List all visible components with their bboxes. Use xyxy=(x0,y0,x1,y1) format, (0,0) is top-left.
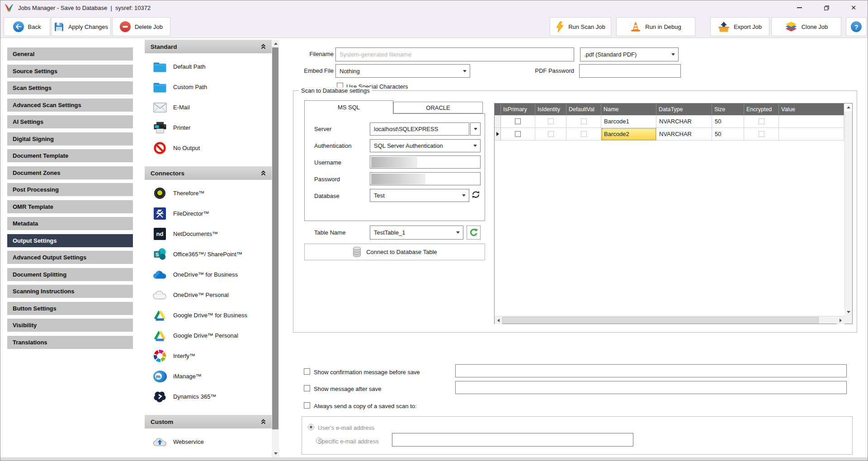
output-item-onedrive-for-business[interactable]: OneDrive™ for Business xyxy=(145,264,272,285)
scrollbar-thumb[interactable] xyxy=(272,47,278,429)
grid-scroll-down-button[interactable] xyxy=(844,308,852,316)
grid-hscroll-thumb[interactable] xyxy=(502,317,819,323)
filetype-select[interactable]: .pdf (Standard PDF) xyxy=(580,47,679,61)
database-select[interactable]: Test xyxy=(370,189,469,202)
grid-scroll-right-button[interactable] xyxy=(837,316,844,324)
checkbox-isidentity[interactable] xyxy=(548,118,554,124)
apply-changes-button[interactable]: Apply Changes xyxy=(51,17,111,36)
output-item-webservice[interactable]: Webservice xyxy=(145,432,272,452)
sidebar-item-general[interactable]: General xyxy=(7,47,133,61)
cell-defaultval-row2[interactable] xyxy=(566,128,601,141)
sidebar-item-omr-template[interactable]: OMR Template xyxy=(7,200,133,213)
output-item-printer[interactable]: Printer xyxy=(145,118,272,138)
cell-size-row2[interactable]: 50 xyxy=(712,128,744,141)
back-button[interactable]: Back xyxy=(4,17,50,36)
grid-col-size[interactable]: Size xyxy=(712,103,744,115)
sidebar-item-source-settings[interactable]: Source Settings xyxy=(7,65,133,78)
specific-email-input[interactable] xyxy=(392,433,633,447)
cell-name-row1[interactable]: Barcode1 xyxy=(601,115,656,128)
sidebar-item-document-template[interactable]: Document Template xyxy=(7,149,133,162)
cell-isprimary-row2[interactable] xyxy=(501,128,535,141)
cell-value-row1[interactable] xyxy=(779,115,844,128)
username-input[interactable] xyxy=(370,155,481,169)
refresh-tables-button[interactable] xyxy=(467,226,481,240)
sidebar-item-visibility[interactable]: Visibility xyxy=(7,319,133,332)
grid-col-isidentity[interactable]: IsIdentity xyxy=(535,103,566,115)
checkbox-encrypted[interactable] xyxy=(759,118,764,124)
sidebar-item-ai-settings[interactable]: AI Settings xyxy=(7,115,133,128)
cell-defaultval-row1[interactable] xyxy=(566,115,601,128)
refresh-databases-button[interactable] xyxy=(471,190,481,199)
output-item-office365-sharepoint[interactable]: SOffice365™/ SharePoint™ xyxy=(145,244,272,264)
scroll-up-button[interactable] xyxy=(272,40,279,47)
grid-col-value[interactable]: Value xyxy=(779,103,844,115)
filename-input[interactable] xyxy=(335,47,574,61)
outputs-scrollbar[interactable] xyxy=(272,40,279,457)
checkbox-defaultval[interactable] xyxy=(581,131,587,137)
run-scan-job-button[interactable]: Run Scan Job xyxy=(550,17,611,36)
scroll-down-button[interactable] xyxy=(272,450,279,457)
after-save-message-input[interactable] xyxy=(455,381,847,394)
users-email-radio[interactable] xyxy=(308,424,314,430)
table-name-select[interactable]: TestTable_1 xyxy=(370,226,463,240)
grid-col-isprimary[interactable]: IsPrimary xyxy=(501,103,535,115)
cell-isprimary-row1[interactable] xyxy=(501,115,535,128)
sidebar-item-document-splitting[interactable]: Document Splitting xyxy=(7,268,133,281)
output-item-default-path[interactable]: Default Path xyxy=(145,56,272,77)
sidebar-item-advanced-scan-settings[interactable]: Advanced Scan Settings xyxy=(7,99,133,112)
cell-size-row1[interactable]: 50 xyxy=(712,115,744,128)
sidebar-item-metadata[interactable]: Metadata xyxy=(7,217,133,230)
grid-vertical-scrollbar[interactable] xyxy=(844,103,852,316)
export-job-button[interactable]: Export Job xyxy=(710,17,769,36)
output-item-e-mail[interactable]: E-Mail xyxy=(145,97,272,118)
cell-isidentity-row1[interactable] xyxy=(535,115,566,128)
sidebar-item-translations[interactable]: Translations xyxy=(7,336,133,349)
grid-col-defaultval[interactable]: DefaultVal xyxy=(566,103,601,115)
sidebar-item-scanning-instructions[interactable]: Scanning Instructions xyxy=(7,285,133,298)
cell-value-row2[interactable] xyxy=(779,128,844,141)
grid-scroll-up-button[interactable] xyxy=(844,103,852,111)
sidebar-item-advanced-output-settings[interactable]: Advanced Output Settings xyxy=(7,251,133,264)
server-combo[interactable]: localhost\SQLEXPRESS xyxy=(370,122,469,136)
grid-scroll-left-button[interactable] xyxy=(495,316,502,324)
section-header-custom[interactable]: Custom xyxy=(145,415,272,428)
delete-job-button[interactable]: Delete Job xyxy=(112,17,170,36)
clone-job-button[interactable]: Clone Job xyxy=(771,17,841,36)
row-header[interactable] xyxy=(495,115,501,128)
connect-to-database-table-button[interactable]: Connect to Database Table xyxy=(304,244,485,260)
embed-file-select[interactable]: Nothing xyxy=(335,64,470,78)
collapse-chevron-icon[interactable] xyxy=(261,419,266,424)
output-item-imanage[interactable]: miManage™ xyxy=(145,366,272,386)
cell-encrypted-row1[interactable] xyxy=(744,115,779,128)
show-confirmation-checkbox[interactable] xyxy=(304,368,310,375)
grid-col-name[interactable]: Name xyxy=(601,103,656,115)
output-item-google-drive-personal[interactable]: Google Drive™ Personal xyxy=(145,325,272,346)
output-item-interfy[interactable]: Interfy™ xyxy=(145,346,272,366)
output-item-google-drive-for-business[interactable]: Google Drive™ for Business xyxy=(145,305,272,325)
collapse-chevron-icon[interactable] xyxy=(261,170,266,176)
maximize-restore-button[interactable] xyxy=(813,0,840,15)
checkbox-isprimary[interactable] xyxy=(515,131,521,137)
section-header-connectors[interactable]: Connectors xyxy=(145,166,272,180)
sidebar-item-document-zones[interactable]: Document Zones xyxy=(7,166,133,179)
section-header-standard[interactable]: Standard xyxy=(145,40,272,53)
output-item-custom-path[interactable]: Custom Path xyxy=(145,77,272,97)
collapse-chevron-icon[interactable] xyxy=(261,44,266,49)
grid-horizontal-scrollbar[interactable] xyxy=(495,316,844,324)
pdf-password-input[interactable] xyxy=(579,64,681,78)
sidebar-item-scan-settings[interactable]: Scan Settings xyxy=(7,81,133,94)
output-item-filedirector[interactable]: FileDirector™ xyxy=(145,203,272,224)
cell-encrypted-row2[interactable] xyxy=(744,128,779,141)
grid-col-datatype[interactable]: DataType xyxy=(656,103,712,115)
sidebar-item-output-settings[interactable]: Output Settings xyxy=(7,234,133,247)
sidebar-item-post-processing[interactable]: Post Processing xyxy=(7,183,133,196)
help-button[interactable]: ? xyxy=(846,17,867,36)
output-item-no-output[interactable]: No Output xyxy=(145,138,272,158)
output-item-dynamics-365[interactable]: Dynamics 365™ xyxy=(145,386,272,407)
checkbox-isidentity[interactable] xyxy=(548,131,554,137)
cell-name-row2[interactable]: Barcode2 xyxy=(601,128,656,141)
checkbox-defaultval[interactable] xyxy=(581,118,587,124)
minimize-button[interactable] xyxy=(786,0,813,15)
output-item-onedrive-personal[interactable]: OneDrive™ Personal xyxy=(145,285,272,305)
checkbox-isprimary[interactable] xyxy=(515,118,521,124)
